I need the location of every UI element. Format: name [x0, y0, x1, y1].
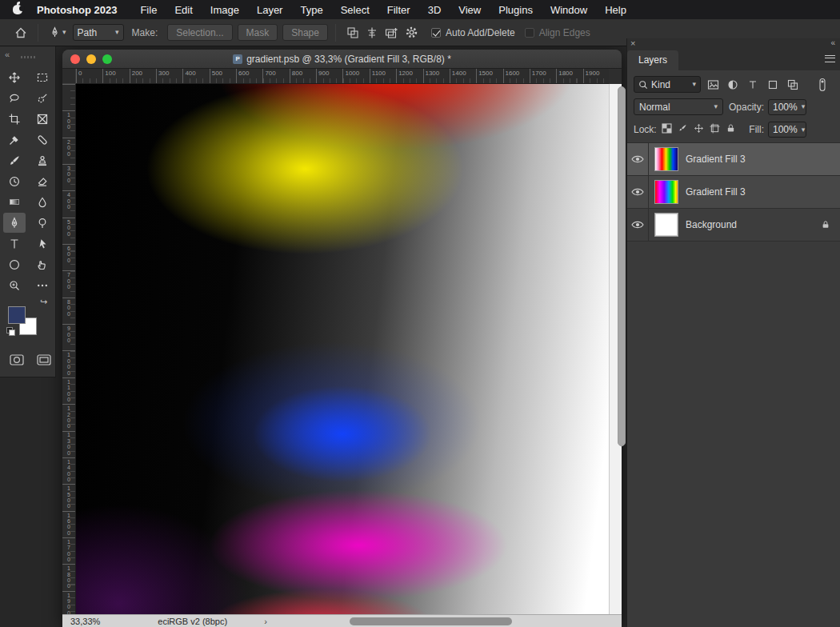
screen-mode-icon[interactable]	[37, 354, 51, 369]
foreground-color-swatch[interactable]	[8, 306, 26, 324]
close-panel-icon[interactable]: ×	[630, 38, 635, 48]
filter-adjustment-layers-icon[interactable]	[725, 77, 741, 93]
make-mask-button[interactable]: Mask	[238, 24, 278, 41]
dodge-tool[interactable]	[31, 213, 54, 233]
menu-view[interactable]: View	[450, 4, 490, 16]
visibility-toggle[interactable]	[627, 176, 649, 208]
collapse-panel-icon[interactable]: «	[830, 38, 835, 47]
move-tool[interactable]	[3, 67, 26, 87]
status-options-icon[interactable]: ›	[264, 617, 267, 626]
swap-colors-icon[interactable]: ↪	[40, 297, 47, 307]
visibility-toggle[interactable]	[627, 209, 649, 241]
layer-filter-toggle[interactable]	[814, 77, 830, 93]
close-window-icon[interactable]	[70, 54, 80, 64]
opacity-dropdown[interactable]: 100% ▾	[768, 99, 806, 115]
type-tool[interactable]	[3, 234, 26, 254]
menu-type[interactable]: Type	[291, 4, 331, 16]
horizontal-scrollbar-thumb[interactable]	[350, 617, 512, 625]
layer-thumbnail[interactable]	[654, 213, 678, 237]
fill-dropdown[interactable]: 100% ▾	[768, 122, 806, 138]
filter-shape-layers-icon[interactable]	[765, 77, 781, 93]
filter-type-layers-icon[interactable]	[745, 77, 761, 93]
lock-artboard-icon[interactable]	[710, 123, 720, 136]
blend-mode-dropdown[interactable]: Normal ▾	[634, 98, 723, 115]
make-selection-button[interactable]: Selection...	[167, 24, 232, 41]
blur-tool[interactable]	[31, 192, 54, 212]
gradient-tool[interactable]	[3, 192, 26, 212]
layer-row-gradient-fill-3[interactable]: Gradient Fill 3	[627, 176, 840, 209]
menu-select[interactable]: Select	[332, 4, 378, 16]
zoom-level-field[interactable]: 33,33%	[70, 617, 100, 626]
eraser-tool[interactable]	[31, 171, 54, 191]
auto-add-delete-checkbox[interactable]	[431, 28, 441, 38]
marquee-tool[interactable]	[31, 67, 54, 87]
object-selection-tool[interactable]	[31, 88, 54, 108]
default-colors-icon[interactable]	[6, 327, 14, 334]
path-arrangement-icon[interactable]	[382, 26, 402, 39]
pen-tool[interactable]	[3, 213, 26, 233]
menu-file[interactable]: File	[131, 4, 166, 16]
menu-3d[interactable]: 3D	[419, 4, 450, 16]
tab-layers[interactable]: Layers	[627, 50, 678, 70]
zoom-tool[interactable]	[3, 275, 26, 295]
minimize-window-icon[interactable]	[86, 54, 96, 64]
filter-pixel-layers-icon[interactable]	[705, 77, 721, 93]
healing-brush-tool[interactable]	[31, 130, 54, 150]
lock-pixels-icon[interactable]	[678, 123, 688, 136]
horizontal-ruler[interactable]: 0100200300400500600700800900100011001200…	[76, 69, 609, 84]
lasso-tool[interactable]	[3, 88, 26, 108]
layer-row-background[interactable]: Background	[627, 209, 840, 242]
history-brush-tool[interactable]	[3, 171, 26, 191]
edit-toolbar[interactable]	[31, 275, 54, 295]
tool-preset-picker[interactable]: ▾	[49, 26, 66, 38]
gear-icon[interactable]	[402, 26, 422, 39]
tool-mode-dropdown[interactable]: Path ▾	[73, 24, 124, 41]
eye-icon	[631, 187, 644, 197]
vertical-ruler[interactable]: 1 0 02 0 03 0 04 0 05 0 06 0 07 0 08 0 0…	[62, 84, 76, 614]
brush-tool[interactable]	[3, 150, 26, 170]
menu-edit[interactable]: Edit	[166, 4, 201, 16]
collapse-tools-icon[interactable]: «	[5, 50, 10, 59]
shape-tool[interactable]	[3, 254, 26, 274]
menu-help[interactable]: Help	[596, 4, 635, 16]
document-title-bar[interactable]: P gradient.psb @ 33,3% (Gradient Fill 3,…	[62, 50, 622, 69]
vertical-scrollbar[interactable]	[609, 84, 622, 614]
path-alignment-icon[interactable]	[362, 26, 382, 39]
align-edges-checkbox[interactable]	[525, 28, 534, 38]
vertical-scrollbar-thumb[interactable]	[618, 86, 626, 446]
make-shape-button[interactable]: Shape	[282, 24, 328, 41]
clone-stamp-tool[interactable]	[31, 150, 54, 170]
chevron-down-icon: ▾	[802, 103, 806, 110]
panel-menu-icon[interactable]	[825, 55, 835, 62]
path-selection-tool[interactable]	[31, 234, 54, 254]
quick-mask-icon[interactable]	[10, 354, 24, 369]
visibility-toggle[interactable]	[627, 143, 649, 175]
app-name[interactable]: Photoshop 2023	[37, 4, 117, 16]
layer-thumbnail[interactable]	[654, 147, 678, 171]
zoom-window-icon[interactable]	[102, 54, 112, 64]
tools-drag-handle[interactable]	[21, 56, 35, 58]
toolbar-footer	[0, 343, 55, 369]
hand-tool[interactable]	[31, 254, 54, 274]
ruler-label: 2 0 0	[62, 138, 75, 164]
menu-image[interactable]: Image	[202, 4, 248, 16]
lock-transparency-icon[interactable]	[662, 123, 672, 136]
filter-kind-dropdown[interactable]: Kind ▾	[634, 76, 701, 93]
menu-window[interactable]: Window	[542, 4, 596, 16]
filter-smart-objects-icon[interactable]	[785, 77, 801, 93]
menu-plugins[interactable]: Plugins	[490, 4, 542, 16]
eyedropper-tool[interactable]	[3, 130, 26, 150]
lock-position-icon[interactable]	[694, 123, 704, 136]
ruler-origin-corner[interactable]	[62, 69, 76, 84]
path-operations-icon[interactable]	[343, 26, 362, 39]
menu-layer[interactable]: Layer	[248, 4, 292, 16]
menu-filter[interactable]: Filter	[378, 4, 419, 16]
canvas[interactable]	[76, 84, 609, 614]
home-icon[interactable]	[11, 26, 30, 39]
layer-row-gradient-fill-3-top[interactable]: Gradient Fill 3	[627, 143, 840, 176]
frame-tool[interactable]	[31, 109, 54, 129]
apple-logo-icon[interactable]	[13, 5, 22, 14]
crop-tool[interactable]	[3, 109, 26, 129]
lock-all-icon[interactable]	[726, 123, 736, 136]
layer-thumbnail[interactable]	[654, 180, 678, 204]
